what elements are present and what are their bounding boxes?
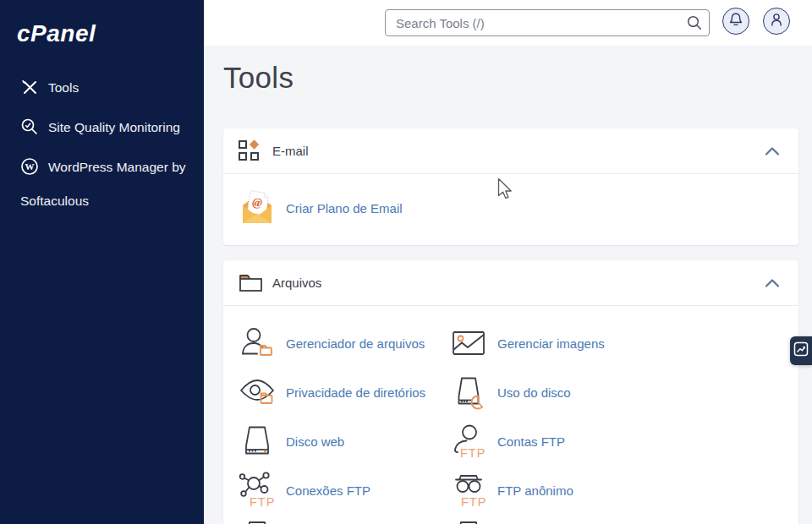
search-icon[interactable] [687, 15, 702, 30]
tool-item-anonymous-ftp[interactable]: FTP FTP anônimo [449, 471, 798, 510]
search-box [385, 9, 710, 36]
sidebar-item-label: Site Quality Monitoring [48, 120, 180, 134]
tool-link[interactable]: Gerenciar imagens [497, 336, 605, 351]
bell-icon [727, 11, 744, 31]
svg-text:W: W [25, 161, 35, 172]
section-card-email: E-mail [223, 128, 798, 245]
tool-link[interactable]: Contas FTP [497, 434, 565, 449]
tool-item-partial[interactable] [449, 520, 798, 524]
main-area: Tools E-mail [204, 0, 812, 524]
partial-tool-icon [449, 520, 488, 524]
tool-link[interactable]: Conexões FTP [286, 483, 370, 498]
tool-link[interactable]: Privacidade de diretórios [286, 385, 425, 400]
svg-text:FTP: FTP [461, 495, 486, 509]
cpanel-window: cPanel Tools Site [0, 0, 812, 524]
disk-usage-icon [449, 373, 488, 412]
section-card-arquivos: Arquivos [223, 260, 798, 524]
tool-item-ftp-accounts[interactable]: FTP Contas FTP [449, 422, 798, 461]
sidebar-item-site-quality-monitoring[interactable]: Site Quality Monitoring [20, 111, 192, 145]
tool-link[interactable]: Uso do disco [497, 385, 571, 400]
chevron-up-icon [763, 144, 782, 159]
sidebar-item-label: WordPress Manager by Softaculous [20, 160, 186, 208]
email-category-icon [238, 139, 261, 162]
tool-link[interactable]: Criar Plano de Email [286, 201, 403, 216]
svg-text:FTP: FTP [460, 446, 486, 460]
tool-link[interactable]: FTP anônimo [497, 483, 573, 498]
images-icon [449, 324, 488, 363]
section-header-arquivos[interactable]: Arquivos [223, 260, 798, 306]
sidebar-item-wordpress-manager[interactable]: W WordPress Manager by Softaculous [20, 150, 192, 218]
page-title: Tools [223, 61, 294, 95]
file-manager-icon [238, 324, 277, 363]
tool-item-partial[interactable] [238, 520, 449, 524]
sidebar: cPanel Tools Site [0, 0, 204, 524]
anonymous-ftp-icon: FTP [449, 471, 488, 510]
sidebar-item-tools[interactable]: Tools [20, 71, 192, 105]
site-quality-monitoring-icon [20, 115, 39, 134]
create-email-plan-icon: @ [238, 188, 277, 227]
tool-item-directory-privacy[interactable]: Privacidade de diretórios [238, 373, 449, 412]
topbar [204, 0, 812, 46]
tool-item-disk-usage[interactable]: Uso do disco [449, 373, 798, 412]
ftp-connections-icon: FTP [238, 471, 277, 510]
web-disk-icon [238, 422, 277, 461]
notifications-button[interactable] [722, 8, 749, 35]
files-category-icon [238, 271, 261, 294]
ftp-accounts-icon: FTP [449, 422, 488, 461]
directory-privacy-icon [238, 373, 277, 412]
sidebar-nav: Tools Site Quality Monitoring W [0, 71, 204, 218]
tools-icon [20, 75, 39, 94]
section-body-email: @ Criar Plano de Email [223, 174, 798, 227]
chart-icon [793, 341, 809, 360]
user-icon [768, 11, 785, 31]
section-header-email[interactable]: E-mail [223, 128, 798, 174]
tool-item-web-disk[interactable]: Disco web [238, 422, 449, 461]
cpanel-logo: cPanel [17, 20, 204, 47]
account-button[interactable] [763, 8, 790, 35]
analytics-flyout-button[interactable] [790, 336, 812, 365]
tool-item-file-manager[interactable]: Gerenciador de arquivos [238, 324, 449, 363]
tool-link[interactable]: Gerenciador de arquivos [286, 336, 425, 351]
wordpress-icon: W [20, 155, 39, 173]
partial-tool-icon [238, 520, 277, 524]
tool-item-create-email-plan[interactable]: @ Criar Plano de Email [238, 188, 798, 227]
section-title: E-mail [272, 144, 309, 158]
tool-item-ftp-connections[interactable]: FTP Conexões FTP [238, 471, 449, 510]
chevron-up-icon [763, 276, 782, 291]
section-title: Arquivos [272, 276, 321, 290]
svg-text:FTP: FTP [250, 495, 275, 509]
tool-link[interactable]: Disco web [286, 434, 344, 449]
sidebar-item-label: Tools [48, 80, 79, 95]
search-input[interactable] [385, 9, 710, 36]
content-area: Tools E-mail [204, 46, 812, 524]
tools-grid: Gerenciador de arquivos Gerenciar imagen… [223, 306, 798, 524]
tool-item-manage-images[interactable]: Gerenciar imagens [449, 324, 798, 363]
